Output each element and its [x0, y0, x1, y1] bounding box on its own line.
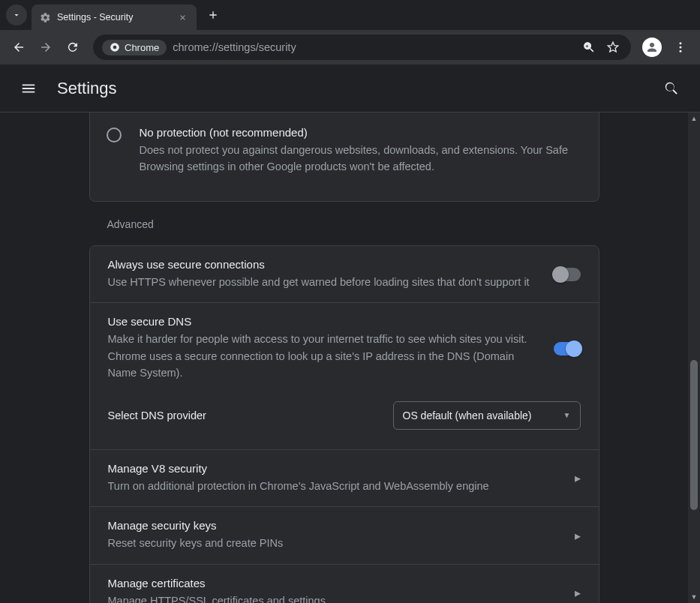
hamburger-button[interactable]	[15, 75, 42, 102]
secure-dns-toggle[interactable]	[554, 342, 581, 356]
site-chip[interactable]: Chrome	[102, 40, 167, 56]
svg-point-4	[680, 46, 682, 49]
url-text: chrome://settings/security	[173, 41, 296, 53]
chevron-right-icon: ▸	[575, 529, 581, 543]
chevron-down-icon	[12, 10, 21, 20]
arrow-right-icon	[39, 40, 53, 54]
tab-search-button[interactable]	[6, 4, 27, 26]
setting-title: Always use secure connections	[108, 258, 539, 271]
search-button[interactable]	[658, 75, 685, 102]
always-https-toggle[interactable]	[554, 268, 581, 281]
chevron-right-icon: ▸	[575, 471, 581, 485]
setting-description: Reset security keys and create PINs	[108, 535, 560, 551]
close-icon[interactable]	[176, 10, 189, 24]
setting-title: Manage V8 security	[108, 462, 560, 475]
menu-icon	[20, 80, 37, 97]
option-title: No protection (not recommended)	[140, 126, 584, 139]
chevron-down-icon: ▼	[563, 411, 571, 419]
setting-description: Use HTTPS whenever possible and get warn…	[108, 274, 539, 290]
profile-button[interactable]	[640, 35, 664, 59]
manage-certificates-row[interactable]: Manage certificates Manage HTTPS/SSL cer…	[90, 564, 599, 603]
gear-icon	[39, 11, 51, 23]
chrome-icon	[110, 42, 120, 52]
tab-title: Settings - Security	[57, 12, 170, 22]
browser-tab[interactable]: Settings - Security	[32, 4, 197, 30]
arrow-left-icon	[12, 40, 26, 54]
scroll-down-button[interactable]: ▼	[688, 591, 700, 603]
scroll-thumb[interactable]	[690, 360, 698, 510]
svg-point-1	[113, 46, 117, 50]
reload-icon	[66, 40, 80, 54]
page-header: Settings	[0, 64, 700, 112]
svg-point-3	[680, 42, 682, 44]
setting-title: Manage certificates	[108, 577, 560, 590]
menu-button[interactable]	[668, 35, 692, 59]
browser-toolbar: Chrome chrome://settings/security	[0, 30, 700, 64]
advanced-section-label: Advanced	[89, 202, 599, 241]
zoom-icon	[582, 40, 596, 54]
svg-point-5	[680, 50, 682, 52]
star-icon	[606, 40, 620, 54]
back-button[interactable]	[8, 36, 30, 58]
option-description: Does not protect you against dangerous w…	[140, 142, 584, 176]
setting-description: Turn on additional protection in Chrome'…	[108, 478, 560, 494]
reload-button[interactable]	[62, 36, 84, 58]
search-icon	[663, 80, 680, 97]
vertical-scrollbar[interactable]: ▲ ▼	[688, 112, 700, 603]
always-https-row: Always use secure connections Use HTTPS …	[90, 246, 599, 302]
dns-provider-label: Select DNS provider	[108, 410, 378, 422]
avatar-icon	[642, 38, 662, 57]
dns-provider-select[interactable]: OS default (when available) ▼	[393, 401, 581, 430]
manage-v8-row[interactable]: Manage V8 security Turn on additional pr…	[90, 449, 599, 506]
site-chip-label: Chrome	[125, 42, 159, 53]
page-title: Settings	[57, 79, 117, 98]
setting-description: Manage HTTPS/SSL certificates and settin…	[108, 592, 560, 603]
setting-description: Make it harder for people with access to…	[108, 331, 539, 381]
tab-strip: Settings - Security	[0, 0, 700, 30]
setting-title: Use secure DNS	[108, 315, 539, 328]
new-tab-button[interactable]	[203, 4, 224, 26]
select-value: OS default (when available)	[403, 410, 532, 422]
bookmark-button[interactable]	[604, 38, 622, 56]
no-protection-option[interactable]: No protection (not recommended) Does not…	[90, 112, 599, 201]
radio-icon[interactable]	[107, 128, 122, 142]
address-bar[interactable]: Chrome chrome://settings/security	[93, 34, 631, 60]
zoom-button[interactable]	[580, 38, 598, 56]
manage-security-keys-row[interactable]: Manage security keys Reset security keys…	[90, 506, 599, 563]
scroll-up-button[interactable]: ▲	[688, 112, 700, 124]
dots-vertical-icon	[674, 40, 687, 54]
forward-button[interactable]	[35, 36, 57, 58]
chevron-right-icon: ▸	[575, 586, 581, 600]
secure-dns-row: Use secure DNS Make it harder for people…	[90, 302, 599, 393]
setting-title: Manage security keys	[108, 519, 560, 532]
plus-icon	[207, 9, 219, 21]
dns-provider-row: Select DNS provider OS default (when ava…	[90, 394, 599, 449]
